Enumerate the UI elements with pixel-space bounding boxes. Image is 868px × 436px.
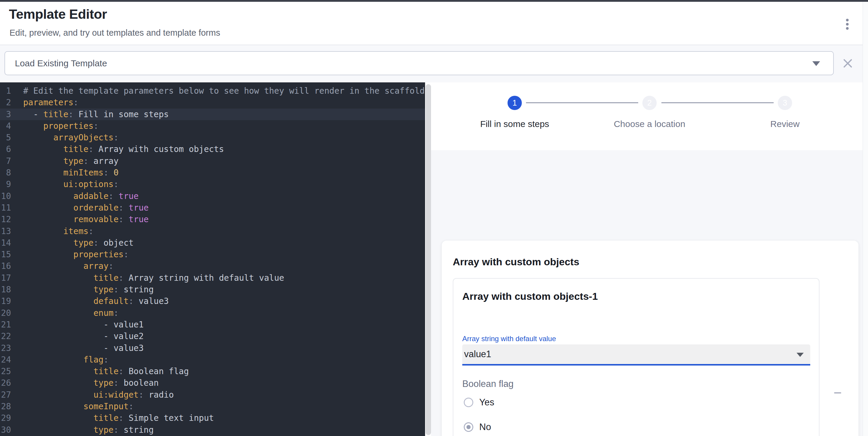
code-line[interactable]: 29 title: Simple text input [0, 412, 425, 424]
minus-icon [834, 392, 841, 394]
code-line[interactable]: 4 properties: [0, 120, 425, 132]
code-text: title: Boolean flag [23, 366, 189, 377]
code-text: - value1 [23, 319, 144, 330]
load-template-placeholder: Load Existing Template [15, 58, 107, 68]
code-line[interactable]: 17 title: Array string with default valu… [0, 272, 425, 284]
step-number-badge: 2 [642, 96, 657, 110]
radio-label: No [479, 422, 491, 432]
stepper-step-fill-in-some-steps: 1 Fill in some steps [455, 96, 574, 129]
code-line[interactable]: 12 removable: true [0, 213, 425, 225]
kebab-dot-icon [846, 19, 849, 22]
code-text: array: [23, 260, 114, 272]
code-line[interactable]: 3 - title: Fill in some steps [0, 108, 425, 120]
array-string-select[interactable]: value1 [462, 344, 810, 364]
array-string-select-label: Array string with default value [462, 335, 556, 343]
code-text: parameters: [23, 97, 78, 108]
step-label: Choose a location [590, 119, 709, 129]
code-line[interactable]: 15 properties: [0, 248, 425, 260]
page-title: Template Editor [9, 6, 107, 22]
stepper-step-review: 3 Review [725, 96, 844, 129]
line-number: 7 [0, 155, 11, 167]
code-line[interactable]: 23 - value3 [0, 342, 425, 354]
remove-array-item-button[interactable] [831, 386, 844, 399]
code-line[interactable]: 27 ui:widget: radio [0, 389, 425, 401]
line-number: 29 [0, 412, 11, 424]
code-line[interactable]: 16 array: [0, 260, 425, 272]
line-number: 12 [0, 213, 11, 225]
load-template-select[interactable]: Load Existing Template [4, 51, 834, 75]
line-number: 9 [0, 178, 11, 190]
code-line[interactable]: 9 ui:options: [0, 178, 425, 190]
line-number: 4 [0, 120, 11, 132]
array-section-title: Array with custom objects [453, 256, 579, 268]
code-line[interactable]: 11 orderable: true [0, 202, 425, 213]
dropdown-arrow-icon [812, 61, 820, 66]
array-item-card-title: Array with custom objects-1 [462, 291, 598, 302]
line-number: 27 [0, 389, 11, 401]
line-number: 14 [0, 237, 11, 248]
line-number: 23 [0, 342, 11, 354]
code-line[interactable]: 13 items: [0, 226, 425, 237]
code-line[interactable]: 25 title: Boolean flag [0, 366, 425, 377]
kebab-menu-button[interactable] [841, 14, 854, 34]
code-line[interactable]: 22 - value2 [0, 330, 425, 342]
code-line[interactable]: 24 flag: [0, 354, 425, 366]
yaml-code-editor[interactable]: 1# Edit the template parameters below to… [0, 82, 425, 436]
step-number-badge: 3 [778, 96, 792, 110]
kebab-dot-icon [846, 23, 849, 26]
code-line[interactable]: 21 - value1 [0, 319, 425, 330]
code-line[interactable]: 30 type: string [0, 424, 425, 436]
boolean-flag-label: Boolean flag [462, 379, 514, 389]
code-text: flag: [23, 354, 108, 366]
line-number: 20 [0, 307, 11, 319]
code-text: ui:options: [23, 178, 119, 190]
code-line[interactable]: 14 type: object [0, 237, 425, 248]
code-text: properties: [23, 120, 98, 132]
clear-selection-button[interactable] [841, 57, 855, 70]
radio-icon [464, 398, 473, 407]
code-text: enum: [23, 307, 119, 319]
code-text: removable: true [23, 213, 149, 225]
kebab-dot-icon [846, 27, 849, 30]
line-number: 17 [0, 272, 11, 284]
code-text: items: [23, 226, 93, 237]
editor-scrollbar[interactable] [426, 84, 431, 435]
code-text: addable: true [23, 190, 139, 202]
line-number: 24 [0, 354, 11, 366]
line-number: 2 [0, 97, 11, 108]
line-number: 19 [0, 295, 11, 307]
code-line[interactable]: 1# Edit the template parameters below to… [0, 85, 425, 97]
code-line[interactable]: 20 enum: [0, 307, 425, 319]
code-line[interactable]: 6 title: Array with custom objects [0, 143, 425, 155]
code-line[interactable]: 26 type: boolean [0, 377, 425, 389]
preview-background: Array with custom objects Array with cus… [431, 150, 863, 436]
code-line[interactable]: 7 type: array [0, 155, 425, 167]
code-text: type: object [23, 237, 134, 248]
line-number: 18 [0, 284, 11, 295]
code-text: default: value3 [23, 295, 169, 307]
code-line[interactable]: 2parameters: [0, 97, 425, 108]
step-label: Review [725, 119, 844, 129]
dropdown-arrow-icon [797, 353, 804, 357]
code-text: - value3 [23, 342, 144, 354]
code-text: type: boolean [23, 377, 159, 389]
radio-label: Yes [479, 397, 494, 408]
window-scrollbar[interactable] [863, 2, 868, 436]
code-line[interactable]: 28 someInput: [0, 401, 425, 412]
radio-icon [464, 422, 473, 432]
code-text: - title: Fill in some steps [23, 108, 169, 120]
line-number: 25 [0, 366, 11, 377]
code-line[interactable]: 5 arrayObjects: [0, 132, 425, 143]
line-number: 1 [0, 85, 11, 97]
step-number-badge: 1 [507, 96, 522, 110]
code-line[interactable]: 18 type: string [0, 284, 425, 295]
code-line[interactable]: 10 addable: true [0, 190, 425, 202]
code-text: title: Simple text input [23, 412, 214, 424]
line-number: 13 [0, 226, 11, 237]
line-number: 21 [0, 319, 11, 330]
array-item-card: Array with custom objects-1 Array string… [453, 278, 819, 436]
code-line[interactable]: 19 default: value3 [0, 295, 425, 307]
code-line[interactable]: 8 minItems: 0 [0, 167, 425, 178]
line-number: 16 [0, 260, 11, 272]
app-header: Template Editor Edit, preview, and try o… [0, 2, 868, 45]
